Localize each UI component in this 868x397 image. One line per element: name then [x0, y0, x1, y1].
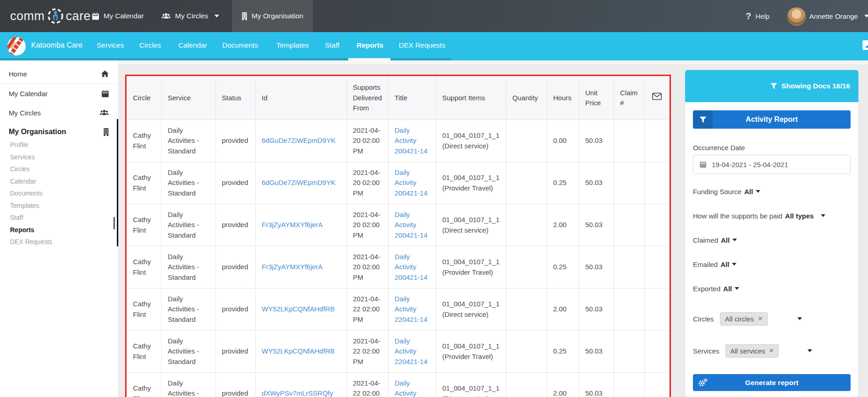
cell-claim [614, 288, 645, 331]
filter-dropdown-how-will-the-supports-be-paid[interactable]: How will the supports be paidAll types [693, 211, 851, 220]
filter-tags-services: ServicesAll services× [693, 343, 851, 359]
logo-text-left: comm [10, 9, 45, 23]
org-name[interactable]: Katoomba Care [31, 32, 82, 59]
orgnav-item-calendar[interactable]: Calendar [178, 32, 207, 59]
sidebar-subitem-templates[interactable]: Templates [0, 200, 118, 212]
sidebar-subitem-profile[interactable]: Profile [0, 139, 118, 151]
filter-value: All types [785, 212, 814, 220]
showing-docs-header: Showing Docs 16/16 [685, 70, 858, 102]
id-link[interactable]: 6dGuDe7ZiWEpmD9YK [262, 179, 335, 186]
topnav-item-my-circles[interactable]: My Circles [161, 0, 219, 32]
cell-circle: Cathy Flint [127, 246, 162, 288]
nav-overflow-icon[interactable] [863, 40, 868, 50]
sidebar-item-my-calendar[interactable]: My Calendar [0, 84, 118, 103]
title-link[interactable]: Daily Activity 200421-14 [395, 253, 428, 281]
calendar-icon [101, 90, 109, 98]
cell-id: dXWyPSv7mLrSSRQfy [256, 373, 347, 397]
orgnav-item-circles[interactable]: Circles [139, 32, 161, 59]
col-header-status: Status [216, 76, 256, 120]
sidebar-item-home[interactable]: Home [0, 64, 118, 83]
tag-pill-all-services[interactable]: All services× [725, 344, 779, 358]
sidebar-subitem-documents[interactable]: Documents [0, 187, 118, 200]
tag-filters: CirclesAll circles×ServicesAll services× [693, 311, 851, 359]
cell-email [645, 373, 670, 397]
cell-unit-price: 50.03 [579, 162, 614, 204]
title-link[interactable]: Daily Activity 220421-14 [395, 337, 428, 365]
sidebar-subitem-calendar[interactable]: Calendar [0, 175, 118, 188]
chevron-down-icon[interactable] [808, 349, 812, 352]
title-link[interactable]: Daily Activity 200421-14 [395, 169, 428, 197]
cell-quantity [506, 246, 547, 288]
sidebar-subitem-circles[interactable]: Circles [0, 163, 118, 175]
activity-report-label: Activity Report [746, 115, 798, 124]
user-avatar[interactable] [787, 7, 806, 26]
title-link[interactable]: Daily Activity 200421-14 [395, 211, 428, 239]
help-label: Help [755, 12, 769, 20]
orgnav-item-templates[interactable]: Templates [276, 32, 309, 59]
cell-status: provided [216, 246, 256, 288]
id-link[interactable]: Fr3jZyAYMXYf6jerA [262, 263, 323, 271]
orgnav-item-reports[interactable]: Reports [357, 32, 384, 59]
topnav-label: My Organisation [252, 12, 303, 20]
title-link[interactable]: Daily Activity 220421-14 [395, 379, 428, 397]
tag-pill-all-circles[interactable]: All circles× [720, 312, 768, 326]
cell-service: Daily Activities - Standard [162, 288, 216, 331]
filter-dropdown-exported[interactable]: ExportedAll [693, 284, 851, 293]
cell-email [645, 288, 670, 331]
chevron-down-icon [732, 263, 736, 266]
cell-circle: Cathy Flint [127, 288, 162, 331]
cell-support-items: 01_004_0107_1_1 (Provider Travel) [436, 331, 506, 373]
people-icon [99, 109, 109, 116]
col-header-title: Title [389, 76, 436, 120]
commcare-logo[interactable]: comm care [10, 0, 91, 32]
id-link[interactable]: Fr3jZyAYMXYf6jerA [262, 221, 323, 228]
sidebar-subitem-dex-requests[interactable]: DEX Requests [0, 236, 118, 248]
calendar-icon [699, 161, 707, 168]
cell-support-items: 01_004_0107_1_1 (Direct service) [436, 373, 506, 397]
id-link[interactable]: WY52LKpCQNfAHdfRB [262, 347, 335, 355]
cell-supports-delivered-from: 2021-04-22 02:00 PM [347, 288, 389, 331]
cell-status: provided [216, 204, 256, 246]
orgnav-item-services[interactable]: Services [97, 32, 124, 59]
id-link[interactable]: dXWyPSv7mLrSSRQfy [262, 389, 333, 397]
topnav-item-my-calendar[interactable]: My Calendar [92, 0, 144, 32]
orgnav-item-dex-requests[interactable]: DEX Requests [399, 32, 445, 59]
cell-quantity [506, 120, 547, 162]
sidebar-subitem-staff[interactable]: Staff [0, 212, 118, 224]
title-link[interactable]: Daily Activity 220421-14 [395, 295, 428, 323]
id-link[interactable]: WY52LKpCQNfAHdfRB [262, 305, 335, 313]
col-header-circle: Circle [127, 76, 162, 120]
cell-id: 6dGuDe7ZiWEpmD9YK [256, 162, 347, 204]
topnav-item-my-organisation[interactable]: My Organisation [232, 0, 313, 32]
cell-title: Daily Activity 220421-14 [389, 331, 436, 373]
filter-value: All [720, 261, 729, 268]
sidebar-subitem-services[interactable]: Services [0, 151, 118, 163]
sidebar-item-my-circles[interactable]: My Circles [0, 103, 118, 122]
remove-tag-icon[interactable]: × [769, 347, 773, 354]
remove-tag-icon[interactable]: × [758, 315, 762, 322]
occurrence-date-value: 19-04-2021 - 25-04-2021 [712, 161, 788, 169]
sidebar-scrollbar-thumb[interactable] [117, 119, 118, 246]
chevron-down-icon[interactable] [797, 317, 802, 320]
orgnav-item-documents[interactable]: Documents [222, 32, 258, 59]
id-link[interactable]: 6dGuDe7ZiWEpmD9YK [262, 136, 335, 144]
cell-claim [614, 331, 645, 373]
org-avatar[interactable] [7, 37, 26, 55]
title-link[interactable]: Daily Activity 200421-14 [395, 126, 428, 155]
user-name[interactable]: Annette Orange [809, 0, 858, 32]
help-button[interactable]: ? Help [746, 0, 769, 32]
sidebar-subitem-reports[interactable]: Reports [0, 224, 118, 236]
filter-dropdown-claimed[interactable]: ClaimedAll [693, 235, 851, 245]
generate-report-button[interactable]: Generate report [693, 374, 851, 391]
left-sidebar: HomeMy CalendarMy CirclesMy Organisation… [0, 60, 118, 397]
filter-dropdown-emailed[interactable]: EmailedAll [693, 260, 851, 269]
col-header-support-items: Support Items [436, 76, 506, 120]
cell-id: Fr3jZyAYMXYf6jerA [256, 246, 347, 288]
cell-hours: 0.25 [547, 331, 579, 373]
chevron-down-icon [756, 190, 760, 193]
filter-dropdown-funding-source[interactable]: Funding SourceAll [693, 187, 851, 196]
occurrence-date-input[interactable]: 19-04-2021 - 25-04-2021 [693, 155, 851, 174]
activity-report-table: CircleServiceStatusIdSupports Delivered … [126, 76, 670, 397]
activity-report-button[interactable]: Activity Report [693, 110, 851, 129]
orgnav-item-staff[interactable]: Staff [325, 32, 340, 59]
